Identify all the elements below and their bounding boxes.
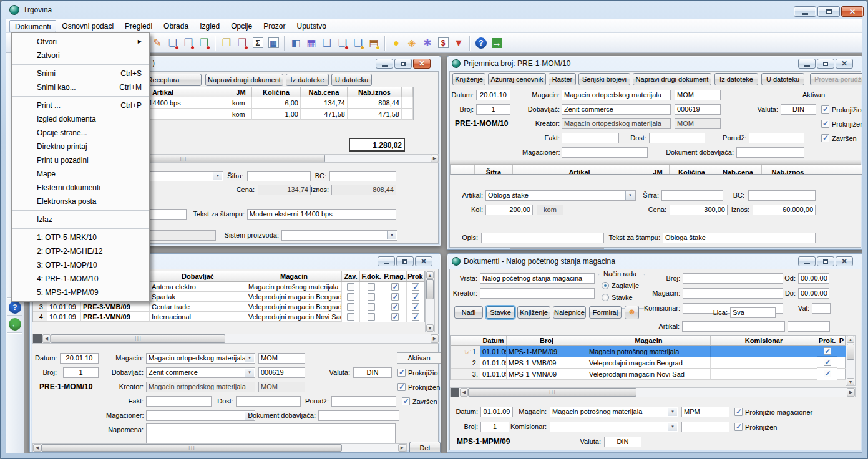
dobavljac-combo[interactable]: Zenit commerce▼ — [146, 367, 255, 378]
table-row[interactable]: 4.10.01.09PRE-1-VMN/09InternacionalVelep… — [33, 312, 424, 322]
edit-document-icon[interactable]: ✎ — [150, 36, 165, 51]
invoice-icon[interactable]: $ — [436, 36, 451, 51]
exit-icon[interactable]: → — [489, 36, 504, 51]
minimize-button[interactable] — [798, 256, 816, 266]
minimize-button[interactable] — [376, 59, 393, 69]
close-button[interactable]: ✕ — [841, 6, 864, 17]
menu-item-4-pre-1-mom-10[interactable]: 4: PRE-1-MOM/10 — [12, 272, 149, 286]
vrsta-input[interactable]: Nalog početnog stanja magacina — [480, 273, 595, 284]
row-checkbox[interactable] — [412, 313, 419, 321]
u-datoteku-button[interactable]: U datoteku — [761, 73, 804, 85]
tekst-za-stampu-input[interactable]: Obloga štake — [663, 233, 816, 243]
iznos-input[interactable]: 60.000,00 — [753, 205, 816, 215]
datum-input[interactable]: 01.01.09 — [480, 407, 513, 417]
row-checkbox[interactable] — [824, 347, 831, 355]
panel-view-icon[interactable]: ◧ — [288, 36, 303, 51]
chevron-down-icon[interactable]: ▼ — [625, 191, 635, 200]
scroll-left-icon[interactable]: ◀ — [460, 388, 468, 397]
lightbulb-icon[interactable]: ● — [389, 36, 404, 51]
tekst-za-stampu-input[interactable]: Modem eksterni 14400 bps — [247, 209, 396, 220]
detalji-button[interactable]: Det — [409, 442, 441, 453]
restore-button[interactable] — [817, 59, 834, 69]
magacin-input[interactable]: Magacin ortopedskog materijala — [562, 90, 671, 100]
menu-item-elektronska-posta[interactable]: Elektronska posta — [12, 195, 149, 208]
komisionar-code-input[interactable] — [681, 422, 729, 432]
chevron-down-icon[interactable]: ▼ — [668, 408, 677, 416]
datum-input[interactable]: 20.01.10 — [476, 90, 510, 100]
broj-input[interactable]: 1 — [480, 422, 509, 432]
menubar-item-pregledi[interactable]: Pregledi — [119, 20, 158, 32]
restore-button[interactable] — [817, 256, 834, 266]
proknjizio-checkbox[interactable]: Proknjižio — [397, 367, 438, 378]
scroll-left-icon[interactable]: ◀ — [33, 444, 41, 452]
val-input[interactable] — [812, 303, 831, 314]
grid-view-icon[interactable]: ▦ — [304, 36, 319, 51]
menu-item-eksterni-dokumenti[interactable]: Eksterni dokumenti — [12, 181, 149, 195]
menu-item-zatvori[interactable]: Zatvori — [12, 49, 149, 62]
cena-input[interactable]: 300,00 — [670, 205, 728, 215]
magacin-combo[interactable]: Magacin ortopedskog materijala▼ — [146, 353, 255, 364]
dobavljac-code-input[interactable]: 000619 — [675, 104, 721, 115]
sum-icon[interactable]: Σ — [250, 36, 265, 51]
dokument-dobavljaca-input[interactable] — [318, 410, 399, 421]
row-checkbox[interactable] — [412, 283, 419, 291]
broj-input[interactable] — [683, 273, 783, 284]
window-export-icon[interactable]: ❏ — [335, 36, 350, 51]
kontrolni-broj-input[interactable] — [510, 248, 604, 250]
raster-button[interactable]: Raster — [549, 73, 576, 85]
azuriraj-cenovnik-button[interactable]: Ažuriraj cenovnik — [488, 73, 546, 85]
zavrsen-checkbox[interactable]: Završen — [821, 133, 857, 143]
lica-input[interactable]: Sva — [730, 307, 776, 318]
bottom-scrollbar[interactable]: ◀ ▶ — [32, 443, 407, 452]
menubar-item-prozor[interactable]: Prozor — [258, 20, 291, 32]
chevron-down-icon[interactable]: ▼ — [668, 423, 677, 431]
magacioner-input[interactable] — [562, 147, 648, 158]
chevron-down-icon[interactable]: ▼ — [245, 369, 254, 377]
magacin-code-input[interactable]: MPM — [681, 407, 729, 417]
dobavljac-code-input[interactable]: 000619 — [258, 367, 305, 378]
row-checkbox[interactable] — [368, 303, 375, 311]
napravi-drugi-dokument-button[interactable]: Napravi drugi dokument — [205, 74, 283, 86]
datum-input[interactable]: 20.01.10 — [60, 353, 99, 364]
fakt-input[interactable] — [562, 133, 619, 143]
scroll-right-icon[interactable]: ▶ — [431, 155, 439, 162]
help-icon[interactable]: ? — [9, 301, 21, 314]
menu-item-5-mps-1-mpm-09[interactable]: 5: MPS-1-MPM/09 — [12, 286, 149, 299]
artikal-combo[interactable]: Obloga štake▼ — [485, 190, 636, 201]
scroll-right-icon[interactable]: ▶ — [398, 444, 406, 452]
menubar-item-opcije[interactable]: Opcije — [225, 20, 258, 32]
scroll-thumb[interactable] — [847, 344, 854, 360]
proknjizio-checkbox[interactable]: Proknjižio — [821, 104, 862, 115]
od-input[interactable]: 00.00.00 — [798, 273, 829, 284]
row-checkbox[interactable] — [347, 283, 354, 291]
zavrsen-checkbox[interactable]: Završen — [402, 396, 437, 407]
table-row[interactable]: 3.01.01.09MPS-1-VMN/09Veleprodajni magac… — [451, 369, 845, 380]
magacin-input[interactable] — [683, 288, 783, 299]
table-header[interactable]: DatumBrojMagacinKomisionarProk.P — [451, 336, 845, 346]
table-row[interactable]: 2.01.01.09MPS-1-VMB/09Veleprodajni magac… — [451, 357, 845, 369]
dost-input[interactable] — [236, 396, 301, 407]
provera-porudzbine-button[interactable]: Provera porudžbine — [810, 73, 862, 85]
back-icon[interactable]: ← — [9, 318, 21, 331]
menu-item-mape[interactable]: Mape — [12, 167, 149, 181]
row-checkbox[interactable] — [391, 313, 399, 321]
close-button[interactable]: ✕ — [415, 256, 432, 266]
menu-item-izgled-dokumenta[interactable]: Izgled dokumenta — [12, 112, 149, 126]
menu-item-print[interactable]: Print ...Ctrl+P — [12, 99, 149, 112]
row-checkbox[interactable] — [347, 293, 354, 301]
sifra-input[interactable] — [247, 171, 311, 181]
valuta-input[interactable]: DIN — [353, 367, 392, 378]
copy-pages-icon[interactable]: ❑ — [319, 36, 334, 51]
close-button[interactable]: ✕ — [413, 59, 431, 69]
bc-input[interactable] — [329, 171, 396, 181]
proknjizen-checkbox[interactable]: Proknjižen — [734, 422, 777, 432]
window-search-icon[interactable]: ❏ — [351, 36, 366, 51]
porudz-input[interactable] — [331, 396, 396, 407]
table-header[interactable]: ŠifraArtikalJMKoličinaNab.cenaNab.iznos — [451, 165, 862, 175]
proknjizen-checkbox[interactable]: Proknjižen — [397, 382, 440, 392]
minimize-button[interactable] — [794, 6, 816, 17]
menu-item-direktno-printaj[interactable]: Direktno printaj — [12, 140, 149, 153]
artikal-extra-input[interactable] — [788, 321, 830, 332]
row-checkbox[interactable] — [824, 359, 831, 366]
komisionar-combo[interactable]: ▼ — [550, 422, 678, 432]
